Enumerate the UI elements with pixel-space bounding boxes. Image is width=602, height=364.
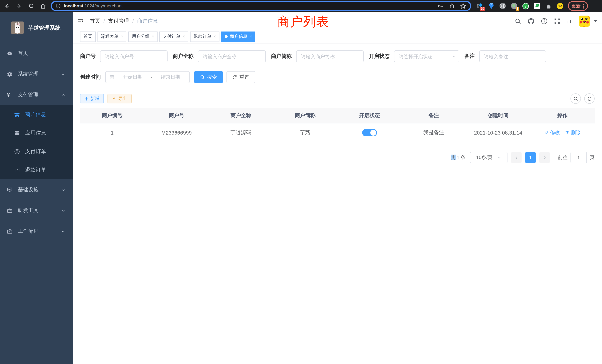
close-icon[interactable]: × [183, 34, 185, 39]
bookmark-star-icon[interactable] [460, 3, 466, 9]
cell-create-time: 2021-10-23 08:31:14 [466, 130, 530, 136]
delete-button[interactable]: 删除 [565, 129, 581, 136]
briefcase-icon [7, 228, 13, 234]
close-icon[interactable]: × [121, 34, 123, 39]
profile-emoji-icon[interactable] [557, 3, 563, 9]
update-label: 更新 [572, 3, 580, 9]
browser-forward-icon[interactable] [16, 3, 22, 9]
sidebar-item-label: 系统管理 [18, 71, 39, 77]
toolbar: 新增 导出 [80, 93, 595, 104]
table-grid-icon [14, 130, 20, 136]
chevron-down-icon [61, 188, 65, 192]
sidebar-item-infra[interactable]: 基础设施 [0, 179, 73, 200]
short-name-input[interactable] [296, 50, 364, 62]
sidebar-item-label: 应用信息 [25, 130, 46, 136]
extension-command-icon[interactable] [499, 3, 506, 9]
merchant-table: 商户编号 商户号 商户全称 商户简称 开启状态 备注 创建时间 操作 1 M23… [80, 108, 595, 142]
breadcrumb-home[interactable]: 首页 [90, 18, 100, 24]
yen-icon: ¥ [7, 92, 13, 98]
browser-home-icon[interactable] [40, 3, 46, 9]
full-name-input[interactable] [198, 50, 266, 62]
goto-label: 前往 [558, 154, 568, 161]
tab-pay-order[interactable]: 支付订单× [159, 31, 189, 42]
cell-full-name: 芋道源码 [209, 129, 273, 136]
breadcrumb: 首页 / 支付管理 / 商户信息 [90, 18, 158, 24]
tab-refund-order[interactable]: 退款订单× [190, 31, 219, 42]
next-page-button[interactable] [539, 152, 550, 163]
refresh-table-button[interactable] [584, 93, 595, 104]
sidebar-item-dev-tools[interactable]: 研发工具 [0, 200, 73, 221]
tab-home[interactable]: 首页 [80, 31, 96, 42]
add-button[interactable]: 新增 [80, 94, 104, 103]
extension-badge: 1 [516, 7, 519, 11]
cell-short-name: 芋艿 [273, 129, 337, 136]
password-key-icon[interactable] [437, 3, 444, 9]
sidebar-item-refund-order[interactable]: 退款订单 [0, 161, 73, 179]
sidebar-item-label: 支付管理 [18, 92, 39, 98]
browser-update-button[interactable]: 更新 [568, 1, 588, 11]
sidebar-item-system[interactable]: 系统管理 [0, 64, 73, 85]
page-size-select[interactable]: 10条/页 [470, 152, 507, 163]
sidebar-item-pay[interactable]: ¥ 支付管理 [0, 85, 73, 105]
logo-rabbit-image [11, 21, 24, 34]
goto-page-input[interactable] [570, 152, 587, 163]
browser-reload-icon[interactable] [28, 3, 34, 9]
user-avatar[interactable] [579, 16, 590, 27]
filter-label: 备注 [464, 53, 475, 60]
extension-chat-icon[interactable] [534, 3, 540, 9]
search-button[interactable]: 搜索 [194, 71, 223, 83]
sidebar-item-app-info[interactable]: 应用信息 [0, 124, 73, 142]
show-search-toggle-button[interactable] [570, 93, 581, 104]
page-annotation: 商户列表 [277, 13, 329, 30]
date-range-picker[interactable]: 开始日期 - 结束日期 [105, 71, 190, 83]
start-date-placeholder: 开始日期 [118, 74, 148, 80]
merchant-no-input[interactable] [100, 50, 168, 62]
url-bar[interactable]: localhost:1024/pay/merchant [51, 1, 471, 11]
chevron-down-icon [61, 229, 65, 233]
reset-button[interactable]: 重置 [226, 71, 255, 83]
github-icon[interactable] [528, 18, 535, 25]
close-icon[interactable]: × [250, 34, 252, 39]
tab-user-group[interactable]: 用户分组× [129, 31, 158, 42]
sidebar-item-label: 支付订单 [25, 148, 46, 155]
status-select[interactable] [394, 50, 459, 62]
share-icon[interactable] [449, 3, 455, 9]
extension-gray-circle-icon[interactable]: 1 [511, 3, 517, 9]
sidebar-item-merchant-info[interactable]: 商户信息 [0, 105, 73, 124]
navbar: 首页 / 支付管理 / 商户信息 TT [73, 12, 602, 30]
remark-input[interactable] [479, 50, 546, 62]
prev-page-button[interactable] [511, 152, 522, 163]
help-icon[interactable] [541, 18, 548, 24]
edit-button[interactable]: 修改 [544, 129, 560, 136]
site-info-icon[interactable] [56, 3, 61, 9]
sidebar-toggle-icon[interactable] [77, 18, 84, 24]
sidebar-item-pay-order[interactable]: ¥ 支付订单 [0, 142, 73, 161]
total-count: 共 1 条 [451, 154, 466, 161]
browser-menu-icon[interactable] [583, 3, 584, 8]
url-host: localhost [64, 3, 83, 9]
extensions-puzzle-icon[interactable] [545, 3, 552, 9]
extension-diamond-icon[interactable]: 10 [476, 3, 483, 9]
page-number-button[interactable]: 1 [525, 152, 536, 163]
filter-row-2: 创建时间 开始日期 - 结束日期 搜索 [80, 71, 595, 83]
tab-merchant-info[interactable]: 商户信息× [221, 31, 256, 42]
browser-toolbar: localhost:1024/pay/merchant 10 1 [0, 0, 602, 12]
browser-back-icon[interactable] [4, 3, 10, 9]
extension-y-icon[interactable]: y [522, 3, 529, 9]
header-search-icon[interactable] [515, 18, 521, 24]
close-icon[interactable]: × [152, 34, 154, 39]
avatar-caret-icon[interactable] [594, 20, 597, 22]
fullscreen-icon[interactable] [554, 18, 561, 24]
close-icon[interactable]: × [214, 34, 216, 39]
tab-process-form[interactable]: 流程表单× [97, 31, 127, 42]
extension-gem-icon[interactable] [488, 3, 494, 9]
sidebar-item-home[interactable]: 首页 [0, 43, 73, 64]
font-size-icon[interactable]: TT [567, 18, 572, 24]
sidebar-item-workflow[interactable]: 工作流程 [0, 221, 73, 242]
logo[interactable]: 芋道管理系统 [0, 12, 73, 43]
cell-merchant-no: M233666999 [144, 130, 209, 136]
breadcrumb-pay[interactable]: 支付管理 [108, 18, 129, 24]
sidebar: 芋道管理系统 首页 系统管理 ¥ 支付管理 [0, 12, 73, 364]
status-toggle[interactable] [362, 129, 377, 136]
export-button[interactable]: 导出 [108, 94, 132, 103]
